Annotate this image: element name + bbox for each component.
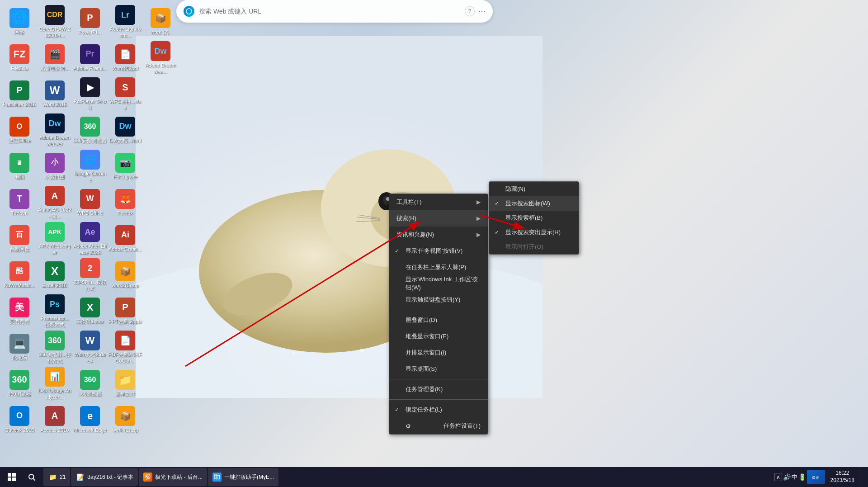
desktop-icon-2345[interactable]: 2 2345Plu...授权方式 (72, 257, 108, 293)
desktop-icon-dw[interactable]: Dw Adobe Dreamweaver (37, 112, 72, 148)
context-menu-item-inkworkspace[interactable]: 显示'Windows Ink 工作区'按钮(W) (389, 275, 488, 292)
taskbar-browser-label: 极光下载站 - 后台... (155, 473, 203, 481)
desktop-icon-toycon[interactable]: T ToYcon (2, 184, 37, 221)
zhuanhua-label: 迅雷电影转... (40, 66, 69, 71)
context-menu-item-cascade[interactable]: 层叠窗口(D) (389, 312, 488, 328)
desktop-icon-msedge[interactable]: e Microsoft Edge (72, 402, 108, 438)
desktop-icon-publisher[interactable]: P Publisher 2016 (2, 76, 37, 112)
tray-clock[interactable]: 16:22 2023/5/18 (827, 470, 858, 484)
desktop-icon-apk[interactable]: APK APK Messenger (37, 221, 72, 257)
context-menu-item-showdesktop[interactable]: 显示桌面(S) (389, 361, 488, 377)
desktop-icon-potplayer[interactable]: ▶ PotPlayer 64 bit (72, 76, 108, 112)
desktop-icon-excel[interactable]: X Excel 2016 (37, 257, 72, 293)
submenu-item-showbox[interactable]: 显示搜索框(B) (489, 211, 579, 225)
locktaskbar-check-icon: ✓ (395, 407, 399, 413)
desktop-icon-360safe[interactable]: 360 360浏览器...授权方式 (37, 329, 72, 365)
desktop-icon-xiaowei[interactable]: 小 小微拼图 (37, 148, 72, 184)
desktop-icon-office[interactable]: O 激活Office (2, 112, 37, 148)
context-menu-item-taskbarsettings[interactable]: ⚙ 任务栏设置(T) (389, 418, 488, 434)
desktop-icon-photoshop[interactable]: Ps Photoshop... 授权方式 (37, 293, 72, 329)
desktop-icon-360browser[interactable]: 360 360浏览器 (2, 365, 37, 402)
thispc-icon-box: 💻 (9, 334, 29, 354)
desktop-icon-network[interactable]: 🌐 网络 (2, 4, 37, 40)
showicon-check-icon: ✓ (495, 200, 499, 207)
taskbar-item-browser[interactable]: 极 极光下载站 - 后台... (139, 468, 207, 486)
tray-expand-icon[interactable]: ∧ (774, 473, 782, 481)
desktop-icon-zhuanhua[interactable]: 🎬 迅雷电影转... (37, 40, 72, 76)
desktop-icon-aeffects[interactable]: Ae Adobe After Effects 2020 (72, 221, 108, 257)
desktop-icon-word2[interactable]: W Word文档2.docx (72, 329, 108, 365)
desktop-icon-firefox[interactable]: 🦊 Firefox (108, 184, 143, 221)
desktop-icon-thispc[interactable]: 💻 此电脑 (2, 329, 37, 365)
360browser2-icon-box: 360 (80, 117, 100, 137)
desktop-icon-fscap[interactable]: 📷 FSCapture (108, 148, 143, 184)
desktop-icon-pdfguan[interactable]: 📄 PDF效果2-0KFGoCan... (108, 329, 143, 365)
tray-download-indicator[interactable]: 极光 (807, 470, 825, 484)
taskbar-notepad-icon: 📝 (75, 473, 85, 482)
desktop-icon-pptxpix[interactable]: P PPT效果 2pptx (108, 293, 143, 329)
taskbar-search-button[interactable] (22, 467, 42, 487)
browser-more-icon[interactable]: ⋯ (478, 7, 486, 16)
context-menu-item-stack[interactable]: 堆叠显示窗口(E) (389, 328, 488, 345)
work1zip-icon-box: 📦 (115, 406, 135, 426)
taskbar-item-notepad[interactable]: 📝 day216.txt - 记事本 (71, 468, 138, 486)
desktop-icon-outlook[interactable]: O Outlook 2016 (2, 402, 37, 438)
desktop-icon-diskusage[interactable]: 📊 Disk Usage Analyzer... (37, 365, 72, 402)
submenu-item-hide[interactable]: 隐藏(N) (489, 182, 579, 196)
browser-bar-actions: ? ⋯ (465, 6, 486, 16)
context-menu-item-news[interactable]: 资讯和兴趣(N) ▶ (389, 227, 488, 243)
desktop-icon-work2zip[interactable]: 📦 work2(1).zip (108, 257, 143, 293)
desktop-icon-360browser2[interactable]: 360 360安全浏览器 (72, 112, 108, 148)
taskbar-item-folder[interactable]: 📁 21 (43, 468, 70, 486)
dw2-icon-box: Dw (115, 117, 135, 137)
browser-url-input[interactable] (199, 8, 460, 15)
context-menu-item-taskview[interactable]: ✓ 显示'任务视图'按钮(V) (389, 243, 488, 259)
desktop-icon-work1zip[interactable]: 📦 work (1).zip (108, 402, 143, 438)
tray-show-desktop[interactable] (860, 467, 863, 487)
desktop-icon-computer[interactable]: 🖥 电脑 (2, 148, 37, 184)
submenu-item-showhighlight[interactable]: ✓ 显示搜索突出显示(H) (489, 225, 579, 240)
desktop-icon-dw2[interactable]: Dw DW文档...html (108, 112, 143, 148)
desktop-icon-lightroom[interactable]: Lr Adobe Lightroom... (108, 4, 143, 40)
context-menu-item-taskmgr[interactable]: 任务管理器(K) (389, 381, 488, 397)
desktop-icon-premiere[interactable]: Pr Adobe Premi... (72, 40, 108, 76)
desktop-icon-powerpt[interactable]: P PowerPt... (72, 4, 108, 40)
desktop-icon-meitu[interactable]: 美 美图秀秀 (2, 293, 37, 329)
desktop-icon-kuwo[interactable]: 酷 KuWoMusic... (2, 257, 37, 293)
context-menu-item-toolbar[interactable]: 工具栏(T) ▶ (389, 194, 488, 210)
browser-address-bar[interactable]: ? ⋯ (176, 0, 493, 23)
desktop-icon-word2pdf[interactable]: 📄 Word转2pdf (108, 40, 143, 76)
desktop-icon-access[interactable]: A Access 2010 (37, 402, 72, 438)
desktop-icon-creatv[interactable]: Ai Adobe Creati... (108, 221, 143, 257)
context-menu-item-touchkb[interactable]: 显示触摸键盘按钮(Y) (389, 292, 488, 308)
desktop-icon-work2[interactable]: 📦 work (2). (143, 4, 178, 40)
desktop-icon-excel2[interactable]: X 工作薄1.xlsx (72, 293, 108, 329)
context-menu-item-sidebyside[interactable]: 并排显示窗口(I) (389, 345, 488, 361)
tray-volume-icon[interactable]: 🔊 (783, 473, 791, 481)
computer-icon-box: 🖥 (9, 153, 29, 173)
desktop-icon-360s[interactable]: 360 360浏览器 (72, 365, 108, 402)
submenu-item-showicon[interactable]: ✓ 显示搜索图标(W) (489, 196, 579, 211)
desktop-icon-wps2[interactable]: S WPS表格...xlsx (108, 76, 143, 112)
meitu-icon-box: 美 (9, 298, 29, 317)
tray-battery-icon[interactable]: 🔋 (798, 473, 806, 481)
desktop-icon-wps[interactable]: W WPS Office (72, 184, 108, 221)
browser-help-icon[interactable]: ? (465, 6, 475, 16)
thispc-label: 此电脑 (12, 355, 27, 361)
wps2-label: WPS表格...xlsx (108, 99, 142, 110)
desktop-icon-folder-ecm[interactable]: 📁 运单文件 (108, 365, 143, 402)
desktop-icon-chrome[interactable]: 🌐 Google Chrome (72, 148, 108, 184)
context-menu-item-contacts[interactable]: 在任务栏上显示人脉(P) (389, 259, 488, 275)
desktop-icon-word[interactable]: W Word 2016 (37, 76, 72, 112)
desktop-icon-filezilla[interactable]: FZ FileZilla (2, 40, 37, 76)
context-menu-item-locktaskbar[interactable]: ✓ 锁定任务栏(L) (389, 402, 488, 418)
desktop-icon-baidu[interactable]: 百 百度网盘 (2, 221, 37, 257)
taskbar-item-helper[interactable]: 助 一键排版助手(MyE... (208, 468, 278, 486)
desktop-icon-coreldraw[interactable]: CDR CorelDRAW 2020(64... (37, 4, 72, 40)
desktop-icon-autocad[interactable]: A AutoCAD 2022 - 简... (37, 184, 72, 221)
separator-1 (389, 310, 488, 310)
tray-lang-icon[interactable]: 中 (792, 473, 797, 481)
context-menu-item-search[interactable]: 搜索(H) ▶ (389, 210, 488, 227)
desktop-icon-adobe-dm[interactable]: Dw Adobe Dreamwee... (143, 40, 178, 76)
start-button[interactable] (2, 467, 22, 487)
